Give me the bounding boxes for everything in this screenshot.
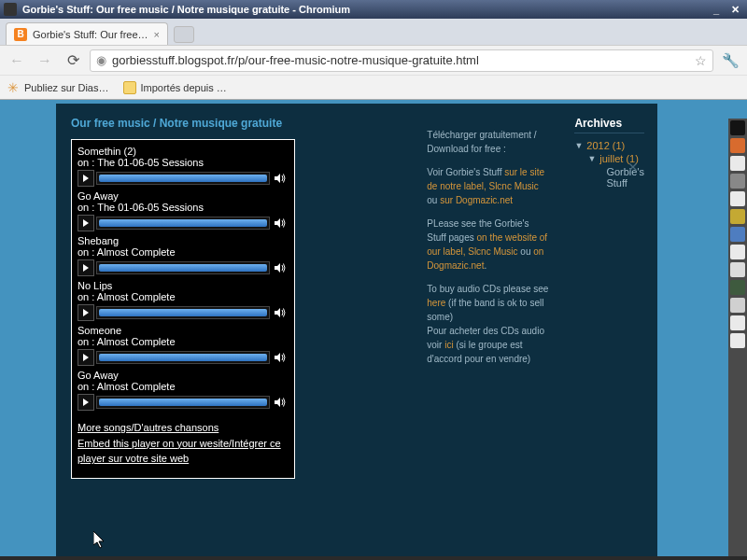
progress-bar[interactable] [96, 306, 270, 319]
tray-icon[interactable] [730, 333, 745, 348]
archives-heading: Archives [574, 117, 644, 133]
buy-link[interactable]: here [427, 298, 445, 308]
progress-bar[interactable] [96, 261, 270, 274]
paragraph: PLease see the Gorbie's Stuff pages on t… [427, 217, 550, 273]
folder-icon [123, 81, 136, 94]
svg-marker-2 [83, 219, 89, 227]
track-album: on : Almost Complete [78, 246, 289, 258]
system-tray [728, 119, 747, 559]
tray-icon[interactable] [730, 245, 745, 259]
sidebar: Archives ▼ 2012 (1) ▼ juillet (1) Gorbie… [556, 104, 657, 559]
svg-marker-10 [83, 399, 89, 406]
buy-link-fr[interactable]: ici [444, 340, 453, 350]
tray-icon[interactable] [730, 156, 745, 171]
collapse-icon: ▼ [574, 141, 583, 150]
volume-icon[interactable] [272, 259, 289, 276]
track-title: No Lips [78, 280, 289, 291]
tray-icon[interactable] [730, 191, 745, 206]
tray-icon[interactable] [730, 174, 745, 189]
track: Shebang on : Almost Complete [78, 235, 289, 276]
browser-toolbar: ← → ⟳ ◉ gorbiesstuff.blogspot.fr/p/our-f… [0, 45, 747, 75]
text-column: Télécharger gratuitement / Download for … [423, 104, 556, 559]
bookmarks-bar: ✳ Publiez sur Dias… Importés depuis … [0, 75, 747, 99]
play-button[interactable] [78, 259, 94, 276]
taskbar[interactable] [0, 556, 747, 560]
globe-icon: ◉ [96, 53, 106, 67]
address-bar[interactable]: ◉ gorbiesstuff.blogspot.fr/p/our-free-mu… [90, 49, 713, 72]
window-title: Gorbie's Stuff: Our free music / Notre m… [22, 4, 350, 15]
track: No Lips on : Almost Complete [78, 280, 289, 321]
archive-year[interactable]: ▼ 2012 (1) [574, 139, 644, 152]
page-title: Our free music / Notre musique gratuite [71, 117, 423, 130]
svg-marker-4 [83, 264, 89, 272]
archive-year-link[interactable]: 2012 (1) [586, 140, 625, 151]
progress-bar[interactable] [96, 351, 270, 364]
collapse-icon: ▼ [587, 154, 596, 163]
volume-icon[interactable] [272, 215, 289, 231]
progress-bar[interactable] [96, 217, 270, 230]
bookmark-item[interactable]: Importés depuis … [123, 81, 226, 94]
volume-icon[interactable] [272, 394, 289, 411]
volume-icon[interactable] [272, 170, 289, 187]
play-button[interactable] [78, 215, 94, 231]
track-album: on : The 01-06-05 Sessions [78, 202, 289, 213]
bookmark-star-icon[interactable]: ☆ [695, 53, 707, 68]
svg-marker-3 [275, 218, 280, 228]
play-button[interactable] [78, 394, 94, 411]
progress-bar[interactable] [96, 172, 270, 185]
dogmazic-link[interactable]: sur Dogmazic.net [440, 195, 513, 205]
tray-icon[interactable] [730, 120, 745, 135]
tray-icon[interactable] [730, 298, 745, 313]
tab-title: Gorbie's Stuff: Our free… [33, 29, 148, 40]
svg-marker-8 [83, 354, 89, 361]
tray-icon[interactable] [730, 280, 745, 295]
svg-marker-7 [275, 308, 280, 317]
tray-icon[interactable] [730, 227, 745, 242]
tray-icon[interactable] [730, 315, 745, 330]
tab-strip: B Gorbie's Stuff: Our free… × [0, 19, 747, 45]
forward-button[interactable]: → [34, 49, 56, 72]
track-title: Shebang [78, 235, 289, 246]
window-minimize-button[interactable]: _ [708, 2, 725, 17]
favicon-icon: B [14, 28, 27, 41]
track-album: on : Almost Complete [78, 381, 289, 392]
bookmark-label: Publiez sur Dias… [24, 82, 108, 93]
svg-marker-5 [275, 263, 280, 273]
window-close-button[interactable]: ✕ [726, 2, 743, 17]
tray-icon[interactable] [730, 209, 745, 224]
window-titlebar: Gorbie's Stuff: Our free music / Notre m… [0, 0, 747, 19]
url-text: gorbiesstuff.blogspot.fr/p/our-free-musi… [112, 53, 689, 67]
reload-button[interactable]: ⟳ [62, 49, 84, 72]
browser-tab[interactable]: B Gorbie's Stuff: Our free… × [6, 22, 168, 45]
track: Somethin (2) on : The 01-06-05 Sessions [78, 146, 289, 187]
track-title: Go Away [78, 370, 289, 381]
volume-icon[interactable] [272, 349, 289, 366]
app-icon [4, 3, 17, 16]
track-title: Somethin (2) [78, 146, 289, 157]
more-songs-link[interactable]: More songs/D'autres chansons [78, 420, 289, 436]
svg-marker-0 [83, 175, 89, 182]
tray-icon[interactable] [730, 262, 745, 277]
svg-marker-1 [275, 174, 280, 183]
bookmark-item[interactable]: ✳ Publiez sur Dias… [7, 81, 108, 94]
main-column: Our free music / Notre musique gratuite … [56, 104, 423, 559]
track-album: on : Almost Complete [78, 291, 289, 302]
new-tab-button[interactable] [174, 26, 194, 43]
chrome-menu-button[interactable]: 🔧 [719, 49, 741, 72]
tab-close-button[interactable]: × [154, 29, 160, 40]
progress-bar[interactable] [96, 396, 270, 409]
download-heading: Télécharger gratuitement / Download for … [427, 128, 550, 156]
play-button[interactable] [78, 170, 94, 187]
embed-link[interactable]: Embed this player on your wesite/Intégre… [78, 436, 289, 467]
volume-icon[interactable] [272, 304, 289, 321]
play-button[interactable] [78, 304, 94, 321]
tray-icon[interactable] [730, 138, 745, 153]
back-button[interactable]: ← [6, 49, 28, 72]
track-title: Someone [78, 325, 289, 336]
paragraph: To buy audio CDs please see here (if the… [427, 282, 550, 366]
svg-marker-6 [83, 309, 89, 316]
page-viewport: Our free music / Notre musique gratuite … [0, 100, 747, 559]
play-button[interactable] [78, 349, 94, 366]
widget-settings-icon[interactable]: ✕ [627, 160, 639, 175]
svg-marker-11 [275, 398, 280, 407]
